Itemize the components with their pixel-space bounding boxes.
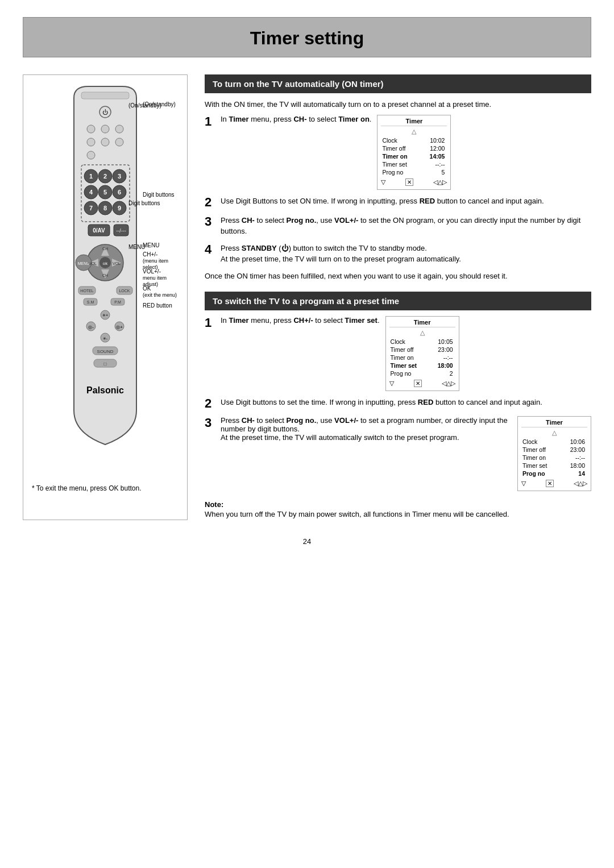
svg-point-5: [115, 125, 123, 133]
svg-text:LOCK: LOCK: [119, 289, 130, 293]
instructions-panel: To turn on the TV automatically (ON time…: [205, 74, 591, 520]
svg-point-8: [115, 138, 123, 146]
svg-point-7: [101, 138, 109, 146]
s2-step1-text: In Timer menu, press CH+/- to select Tim…: [221, 316, 380, 325]
remote-footnote: * To exit the menu, press OK button.: [29, 484, 181, 492]
step2-text: Use Digit Buttons to set ON time. If wro…: [221, 196, 591, 207]
step1-text: In Timer menu, press CH- to select Timer…: [221, 115, 371, 123]
svg-text:S.M: S.M: [87, 300, 94, 304]
label-on-standby: (On/standby): [128, 102, 161, 109]
section2-header: To switch the TV to a program at a prese…: [205, 292, 591, 310]
svg-text:VOL: VOL: [89, 261, 97, 265]
svg-point-6: [87, 138, 95, 146]
svg-text:SOUND: SOUND: [97, 349, 114, 354]
label-digit-buttons: Digit buttons: [128, 200, 160, 206]
s2-step-num-3: 3: [205, 416, 217, 430]
step4-text: Press STANDBY (⏻) button to switch the T…: [221, 243, 591, 265]
section1-extra: Once the ON timer has been fulfilled, ne…: [205, 271, 591, 282]
section2-step1: 1 In Timer menu, press CH+/- to select T…: [205, 316, 591, 391]
svg-text:5: 5: [103, 189, 107, 196]
svg-text:MENU: MENU: [78, 261, 90, 265]
svg-text:◎-: ◎-: [88, 325, 94, 330]
svg-text:ok: ok: [103, 261, 108, 266]
svg-text:3: 3: [118, 173, 121, 180]
svg-text:VOL: VOL: [113, 261, 121, 265]
section1-intro: With the ON timer, the TV will automatic…: [205, 99, 591, 110]
section2-step3: 3 Press CH- to select Prog no., use VOL+…: [205, 416, 591, 491]
s2-step-num-2: 2: [205, 397, 217, 410]
svg-text:4: 4: [89, 189, 93, 196]
page-title-bar: Timer setting: [23, 17, 591, 57]
note-label: Note:: [205, 500, 223, 509]
svg-text:8: 8: [103, 205, 107, 211]
svg-text:P.M: P.M: [114, 300, 121, 304]
note-section: Note: When you turn off the TV by main p…: [205, 500, 591, 520]
page-number: 24: [0, 537, 614, 557]
step-num-3: 3: [205, 215, 217, 229]
remote-panel: ⏻ 1 2 3: [23, 74, 188, 520]
timer-table-1: Timer △ Clock10:02 Timer off12:00 Timer …: [377, 115, 451, 190]
timer-table-2: Timer △ Clock10:05 Timer off23:00 Timer …: [385, 316, 459, 391]
svg-text:□: □: [104, 362, 107, 367]
svg-text:1: 1: [89, 173, 93, 180]
page-title: Timer setting: [23, 28, 591, 49]
svg-text:Palsonic: Palsonic: [86, 385, 124, 395]
svg-text:0/AV: 0/AV: [93, 227, 105, 234]
section2-step2: 2 Use Digit buttons to set the time. If …: [205, 397, 591, 410]
svg-text:9: 9: [118, 205, 121, 211]
svg-text:⏻: ⏻: [102, 109, 108, 115]
svg-text:6: 6: [118, 189, 121, 196]
section1-header: To turn on the TV automatically (ON time…: [205, 74, 591, 93]
svg-text:◎+: ◎+: [116, 325, 123, 330]
svg-point-9: [87, 151, 95, 159]
svg-rect-0: [81, 92, 129, 99]
section1-step3: 3 Press CH- to select Prog no., use VOL+…: [205, 215, 591, 237]
svg-text:✳-: ✳-: [103, 337, 108, 340]
svg-text:--/---: --/---: [116, 228, 126, 234]
svg-text:CH: CH: [102, 273, 108, 277]
svg-text:7: 7: [89, 205, 93, 211]
svg-text:✳+: ✳+: [102, 313, 108, 317]
section1-step1: 1 In Timer menu, press CH- to select Tim…: [205, 115, 591, 190]
step-num-4: 4: [205, 243, 217, 256]
step3-text: Press CH- to select Prog no., use VOL+/-…: [221, 215, 591, 237]
s2-step3-text: Press CH- to select Prog no., use VOL+/-…: [221, 416, 512, 442]
svg-point-4: [101, 125, 109, 133]
step-num-2: 2: [205, 196, 217, 209]
timer-table-3: Timer △ Clock10:06 Timer off23:00 Timer …: [517, 416, 591, 491]
svg-point-3: [87, 125, 95, 133]
note-text: When you turn off the TV by main power s…: [205, 510, 509, 518]
s2-step-num-1: 1: [205, 316, 217, 330]
label-menu: MENU: [128, 244, 145, 250]
s2-step2-text: Use Digit buttons to set the time. If wr…: [221, 397, 591, 408]
svg-text:HOTEL: HOTEL: [80, 289, 93, 293]
step-num-1: 1: [205, 115, 217, 128]
section1-step2: 2 Use Digit Buttons to set ON time. If w…: [205, 196, 591, 209]
remote-illustration: ⏻ 1 2 3: [43, 81, 168, 467]
svg-text:2: 2: [103, 173, 107, 180]
svg-text:CH: CH: [102, 247, 108, 251]
section1-step4: 4 Press STANDBY (⏻) button to switch the…: [205, 243, 591, 265]
